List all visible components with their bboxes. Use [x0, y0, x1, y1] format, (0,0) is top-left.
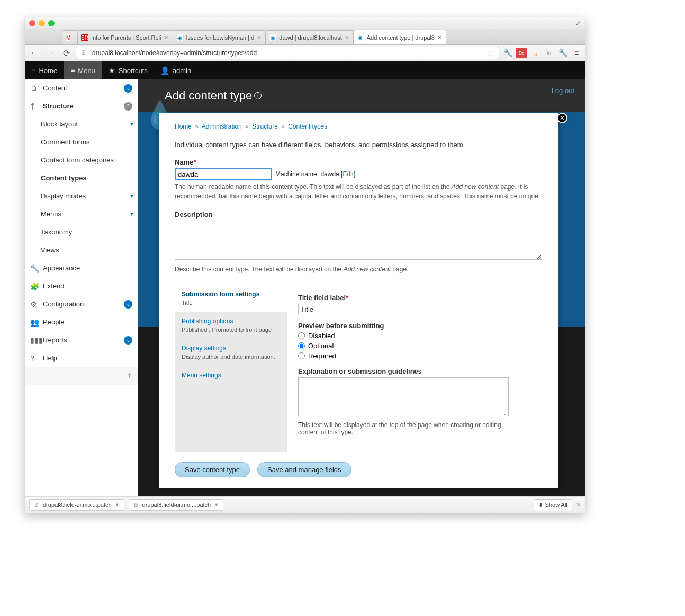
home-icon: ⌂	[31, 66, 35, 75]
breadcrumb-administration[interactable]: Administration	[202, 123, 242, 130]
vtab-menu[interactable]: Menu settings	[175, 366, 287, 385]
explanation-textarea[interactable]	[298, 377, 509, 416]
save-manage-fields-button[interactable]: Save and manage fields	[257, 462, 351, 477]
breadcrumb-content-types[interactable]: Content types	[288, 123, 327, 130]
show-all-downloads-button[interactable]: ⬇ Show All	[534, 499, 572, 511]
browser-tab[interactable]: ◉ Issues for LewisNyman | d ×	[173, 30, 266, 44]
close-overlay-button[interactable]: ✕	[557, 113, 567, 123]
browser-tab[interactable]: ◉ dawd | drupal8.localhost ×	[265, 30, 353, 44]
bookmark-star-icon[interactable]: ☆	[488, 49, 494, 57]
sidebar-item-extend[interactable]: 🧩Extend	[25, 277, 138, 295]
home-link[interactable]: ⌂ Home	[25, 61, 64, 79]
name-help-text: The human-readable name of this content …	[175, 182, 542, 201]
chevron-down-icon: ⌄	[124, 300, 132, 309]
minimize-window-button[interactable]	[39, 20, 45, 26]
explanation-label: Explanation or submission guidelines	[298, 367, 531, 375]
menu-toggle[interactable]: ≡ Menu	[64, 61, 102, 79]
chevron-down-icon[interactable]: ▼	[115, 502, 120, 508]
chevron-down-icon[interactable]: ▼	[214, 502, 219, 508]
sidebar-subitem-menus[interactable]: Menus▼	[25, 205, 138, 223]
browser-tab[interactable]: SR Info for Parents | Sport Reli ×	[77, 30, 173, 44]
close-tab-icon[interactable]: ×	[345, 34, 349, 41]
save-content-type-button[interactable]: Save content type	[175, 462, 250, 477]
close-downloads-bar[interactable]: ×	[576, 501, 581, 509]
description-textarea[interactable]	[175, 221, 542, 260]
sidebar-item-configuration[interactable]: ⚙Configuration⌄	[25, 295, 138, 313]
intro-text: Individual content types can have differ…	[175, 141, 542, 149]
forward-button[interactable]: →	[44, 47, 57, 59]
breadcrumb: Home » Administration » Structure » Cont…	[175, 123, 542, 130]
sidebar-item-content[interactable]: 🗎 Content ⌄	[25, 79, 138, 97]
vertical-tabs: Submission form settings Title Publishin…	[175, 285, 542, 452]
sidebar-item-help[interactable]: ?Help	[25, 349, 138, 367]
maximize-window-button[interactable]	[48, 20, 55, 26]
title-field-input[interactable]	[298, 304, 480, 314]
back-button[interactable]: ←	[28, 47, 41, 59]
close-tab-icon[interactable]: ×	[257, 34, 261, 41]
sidebar-item-structure[interactable]: ᛘ Structure ⌃	[25, 97, 138, 115]
sidebar-item-people[interactable]: 👥People	[25, 313, 138, 331]
wrench-icon: 🔧	[30, 264, 41, 273]
browser-tab-active[interactable]: ◉ Add content type | drupal8 ×	[353, 30, 446, 44]
radio-optional[interactable]: Optional	[298, 342, 531, 350]
breadcrumb-home[interactable]: Home	[175, 123, 192, 130]
extension-icon[interactable]: In	[544, 48, 554, 58]
close-tab-icon[interactable]: ×	[438, 34, 441, 41]
add-shortcut-icon[interactable]: +	[254, 92, 262, 99]
name-input[interactable]	[175, 168, 272, 180]
vtab-display[interactable]: Display settings Display author and date…	[175, 339, 287, 366]
description-label: Description	[175, 211, 542, 219]
drupal-icon: ◉	[269, 34, 276, 41]
chevron-down-icon: ⌄	[124, 336, 132, 345]
sidebar-subitem-comment-forms[interactable]: Comment forms	[25, 133, 138, 151]
close-tab-icon[interactable]: ×	[164, 34, 168, 41]
puzzle-icon: 🧩	[30, 282, 41, 291]
extension-icon[interactable]: 🔧	[557, 48, 568, 58]
download-chip[interactable]: 🗎 drupal8.field-ui.mo....patch ▼	[129, 499, 224, 511]
breadcrumb-structure[interactable]: Structure	[252, 123, 278, 130]
people-icon: 👥	[30, 318, 41, 327]
triangle-down-icon: ▼	[129, 211, 134, 217]
sidebar-subitem-display-modes[interactable]: Display modes▼	[25, 187, 138, 205]
url-field[interactable]: 🗎 drupal8.localhost/node#overlay=admin/s…	[76, 47, 499, 59]
sidebar-subitem-content-types[interactable]: Content types	[25, 169, 138, 187]
extension-icon[interactable]: ⟓	[530, 48, 540, 58]
extension-icon[interactable]: 🔧	[502, 48, 513, 58]
tab-title: Info for Parents | Sport Reli	[91, 34, 161, 41]
fullscreen-icon[interactable]: ⤢	[575, 20, 581, 27]
vtab-publishing[interactable]: Publishing options Published , Promoted …	[175, 312, 287, 339]
machine-name-edit-link[interactable]: Edit	[342, 170, 354, 178]
sidebar-item-appearance[interactable]: 🔧Appearance	[25, 259, 138, 277]
close-window-button[interactable]	[29, 20, 35, 26]
user-link[interactable]: 👤 admin	[154, 61, 197, 79]
machine-name-text: Machine name: dawda [Edit]	[275, 170, 355, 178]
radio-disabled[interactable]: Disabled	[298, 332, 531, 340]
document-icon: 🗎	[30, 84, 41, 93]
overlay-modal: ✕ Home » Administration » Structure » Co…	[159, 113, 558, 488]
extension-icon[interactable]: D5	[516, 48, 527, 58]
user-icon: 👤	[160, 66, 169, 75]
sidebar-subitem-contact-form-categories[interactable]: Contact form categories	[25, 151, 138, 169]
drupal-icon: ◉	[357, 34, 364, 41]
triangle-down-icon: ▼	[129, 121, 134, 127]
sidebar-subitem-taxonomy[interactable]: Taxonomy	[25, 223, 138, 241]
sidebar-collapse[interactable]: ↥	[25, 367, 138, 385]
name-label: Name*	[175, 158, 542, 166]
browser-toolbar: ← → ⟳ 🗎 drupal8.localhost/node#overlay=a…	[25, 45, 585, 61]
sidebar-subitem-block-layout[interactable]: Block layout▼	[25, 115, 138, 133]
download-chip[interactable]: 🗎 drupal8.field-ui.mo....patch ▼	[29, 499, 124, 511]
shortcuts-link[interactable]: ★ Shortcuts	[102, 61, 154, 79]
menu-icon[interactable]: ≡	[571, 48, 582, 58]
arrow-up-icon: ↥	[127, 372, 132, 380]
reload-button[interactable]: ⟳	[60, 47, 73, 59]
vtab-submission[interactable]: Submission form settings Title	[175, 285, 287, 312]
admin-menu-sidebar: 🗎 Content ⌄ ᛘ Structure ⌃ Block layout▼ …	[25, 79, 138, 496]
title-field-label: Title field label*	[298, 294, 531, 302]
page-header: 💧 Add content type + Log out	[138, 79, 585, 112]
sidebar-item-reports[interactable]: ▮▮▮Reports⌄	[25, 331, 138, 349]
bar-chart-icon: ▮▮▮	[30, 336, 41, 345]
logout-link[interactable]: Log out	[552, 87, 574, 95]
sidebar-subitem-views[interactable]: Views	[25, 241, 138, 259]
radio-required[interactable]: Required	[298, 352, 531, 360]
browser-tab[interactable]: M	[62, 30, 78, 44]
